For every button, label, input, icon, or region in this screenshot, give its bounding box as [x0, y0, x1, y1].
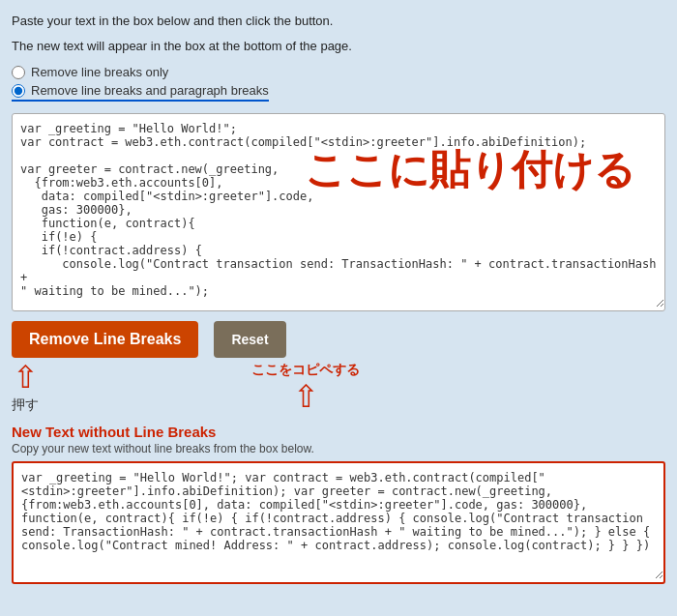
radio-option1-label: Remove line breaks only [31, 65, 168, 79]
arrow-down-right: ⇧ [293, 381, 319, 412]
radio-group: Remove line breaks only Remove line brea… [12, 65, 665, 105]
radio-option2-label: Remove line breaks and paragraph breaks [31, 83, 269, 98]
input-textarea[interactable]: var _greeting = "Hello World!"; var cont… [13, 114, 664, 308]
input-textarea-wrapper: var _greeting = "Hello World!"; var cont… [12, 113, 665, 311]
instruction-1: Paste your text in the box below and the… [12, 12, 665, 31]
result-section: New Text without Line Breaks Copy your n… [12, 424, 665, 584]
radio-input-option1[interactable] [12, 66, 25, 79]
radio-option2[interactable]: Remove line breaks and paragraph breaks [12, 83, 269, 102]
result-subtitle: Copy your new text without line breaks f… [12, 442, 665, 455]
arrow-down-left: ⇧ [13, 362, 39, 393]
push-label: 押す [12, 396, 39, 414]
output-textarea-wrapper [12, 461, 665, 584]
actions-row: Remove Line Breaks Reset ⇧ 押す ここをコピペする ⇧ [12, 321, 665, 414]
output-textarea[interactable] [14, 463, 663, 579]
radio-input-option2[interactable] [12, 84, 25, 98]
remove-line-breaks-button[interactable]: Remove Line Breaks [12, 321, 198, 358]
copy-here-area: ここをコピペする ⇧ [251, 362, 360, 412]
reset-button[interactable]: Reset [214, 321, 285, 358]
push-label-area: ⇧ 押す [12, 362, 39, 414]
instruction-2: The new text will appear in the box at t… [12, 37, 665, 56]
result-title: New Text without Line Breaks [12, 424, 665, 440]
copy-here-label: ここをコピペする [251, 362, 360, 379]
radio-option1[interactable]: Remove line breaks only [12, 65, 665, 79]
